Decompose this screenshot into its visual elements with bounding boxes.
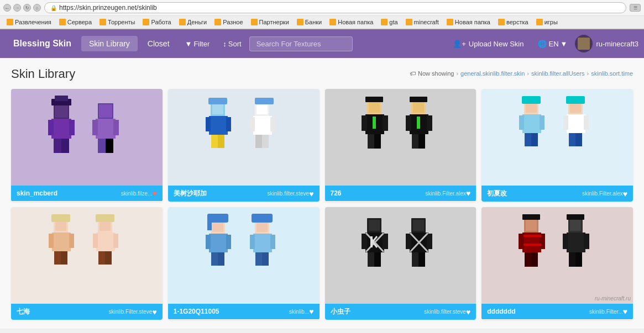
like-button[interactable]: ♥ <box>152 308 156 316</box>
browser-toolbar: ← → ↻ ⌂ 🔒 https://skin.prinzeugen.net/sk… <box>0 0 644 16</box>
bookmark-icon <box>447 19 453 25</box>
bookmark-item[interactable]: gta <box>378 18 401 27</box>
nav-skin-library[interactable]: Skin Library <box>81 36 138 51</box>
bookmark-item[interactable]: Развлечения <box>3 18 55 27</box>
bookmark-item[interactable]: Деньги <box>176 18 211 27</box>
svg-rect-37 <box>368 134 374 149</box>
skin-name: 美树沙耶加 <box>174 189 265 198</box>
svg-rect-117 <box>370 236 373 247</box>
like-button[interactable]: ♥ <box>152 189 156 198</box>
svg-rect-13 <box>106 139 113 153</box>
skin-card[interactable]: ru-minecraft.rudddddddskinlib.Filter...♥ <box>481 207 633 320</box>
bookmark-item[interactable]: minecraft <box>402 18 442 27</box>
svg-rect-27 <box>270 117 275 131</box>
bookmark-item[interactable]: Банки <box>294 18 325 27</box>
skin-type: skinlib.filter.steve <box>424 309 466 315</box>
skin-type: skinlib.filter.steve <box>268 191 310 197</box>
svg-rect-61 <box>584 115 589 130</box>
bookmark-icon <box>381 19 388 25</box>
home-button[interactable]: ⌂ <box>33 4 41 12</box>
avatar-image <box>578 38 590 50</box>
filter-button[interactable]: ▼ Filter <box>180 36 216 51</box>
svg-rect-128 <box>570 220 581 231</box>
skin-card[interactable]: 1-1G20Q11005skinlib...♥ <box>168 207 320 320</box>
svg-rect-85 <box>206 235 211 249</box>
bookmark-icon <box>251 19 258 25</box>
svg-rect-121 <box>526 220 537 231</box>
svg-rect-137 <box>523 244 541 246</box>
skin-type: skinlib.Filter.alex <box>426 191 466 197</box>
back-button[interactable]: ← <box>3 4 11 12</box>
like-button[interactable]: ♥ <box>466 189 470 198</box>
sort-button[interactable]: ↕ Sort <box>217 36 247 51</box>
svg-rect-133 <box>575 252 582 267</box>
svg-rect-35 <box>362 115 367 131</box>
svg-rect-36 <box>383 115 388 131</box>
like-button[interactable]: ♥ <box>623 189 627 198</box>
skin-card[interactable]: 726skinlib.Filter.alex♥ <box>325 89 477 202</box>
breadcrumb-item-2[interactable]: skinlib.filter.allUsers <box>531 70 585 77</box>
breadcrumb-sep-2: › <box>527 70 529 77</box>
bookmark-item[interactable]: Сервера <box>56 18 95 27</box>
skin-card[interactable]: skin_mcberdskinlib.filze...♥ <box>11 89 163 202</box>
bookmark-item[interactable]: Работа <box>139 18 174 27</box>
skin-card[interactable]: 初夏改skinlib.Filter.alex♥ <box>481 89 633 202</box>
svg-rect-26 <box>250 117 255 131</box>
svg-rect-2 <box>51 119 71 139</box>
svg-rect-76 <box>93 234 98 248</box>
svg-rect-125 <box>525 252 531 267</box>
page-header: Skin Library 🏷 Now showing › general.ski… <box>11 67 633 81</box>
skin-name: skin_mcberd <box>17 189 119 197</box>
svg-rect-114 <box>418 252 425 267</box>
skin-card[interactable]: 七海skinlib.Filter.steve♥ <box>11 207 163 320</box>
skin-type: skinlib.filze... <box>121 191 153 197</box>
app-header: Blessing Skin Skin Library Closet ▼ Filt… <box>0 29 644 58</box>
skin-info-bar: 小虫子skinlib.filter.steve♥ <box>325 304 477 320</box>
refresh-button[interactable]: ↻ <box>23 4 31 12</box>
search-input[interactable] <box>249 36 353 51</box>
nav-closet[interactable]: Closet <box>140 36 177 51</box>
svg-rect-60 <box>563 115 568 130</box>
username[interactable]: ru-minecraft3 <box>596 40 638 48</box>
breadcrumb: 🏷 Now showing › general.skinlib.filter.s… <box>410 70 633 77</box>
bookmark-item[interactable]: игры <box>533 18 561 27</box>
svg-rect-1 <box>55 104 68 118</box>
svg-rect-94 <box>255 252 262 266</box>
bookmark-item[interactable]: Новая папка <box>443 18 494 27</box>
bookmark-item[interactable]: Новая папка <box>326 18 376 27</box>
upload-new-skin-button[interactable]: 👤+ Upload New Skin <box>446 36 530 51</box>
bookmark-item[interactable]: Партнерки <box>248 18 292 27</box>
user-section[interactable]: ru-minecraft3 <box>575 35 638 52</box>
sort-label: Sort <box>228 40 242 48</box>
skin-card[interactable]: 美树沙耶加skinlib.filter.steve♥ <box>168 89 320 202</box>
skin-info-bar: 七海skinlib.Filter.steve♥ <box>11 304 163 320</box>
extensions-button[interactable]: ☰ <box>630 4 641 12</box>
like-button[interactable]: ♥ <box>309 189 313 198</box>
bookmark-icon <box>214 19 221 25</box>
address-bar[interactable]: 🔒 https://skin.prinzeugen.net/skinlib <box>44 2 626 13</box>
svg-rect-15 <box>55 96 68 101</box>
like-button[interactable]: ♥ <box>466 308 470 316</box>
browser-nav-buttons: ← → ↻ ⌂ <box>3 4 41 12</box>
skin-card[interactable]: 小虫子skinlib.filter.steve♥ <box>325 207 477 320</box>
bookmark-item[interactable]: Торренты <box>96 18 138 27</box>
bookmark-item[interactable]: Разное <box>211 18 246 27</box>
svg-rect-111 <box>406 234 411 249</box>
forward-button[interactable]: → <box>13 4 21 12</box>
svg-rect-9 <box>96 119 116 139</box>
bookmark-item[interactable]: верстка <box>495 18 532 27</box>
skin-name: 初夏改 <box>487 189 580 198</box>
skin-preview <box>11 89 163 186</box>
like-button[interactable]: ♥ <box>623 307 627 316</box>
svg-rect-12 <box>98 139 106 153</box>
breadcrumb-item-3[interactable]: skinlib.sort.time <box>591 70 633 77</box>
breadcrumb-item-1[interactable]: general.skinlib.filter.skin <box>460 70 525 77</box>
svg-rect-80 <box>51 214 70 222</box>
svg-rect-47 <box>417 117 420 129</box>
like-button[interactable]: ♥ <box>309 307 313 316</box>
language-selector[interactable]: 🌐 EN ▼ <box>532 36 573 51</box>
svg-rect-46 <box>373 117 376 129</box>
svg-rect-105 <box>374 252 381 267</box>
svg-rect-68 <box>52 232 71 251</box>
svg-rect-31 <box>255 98 274 104</box>
